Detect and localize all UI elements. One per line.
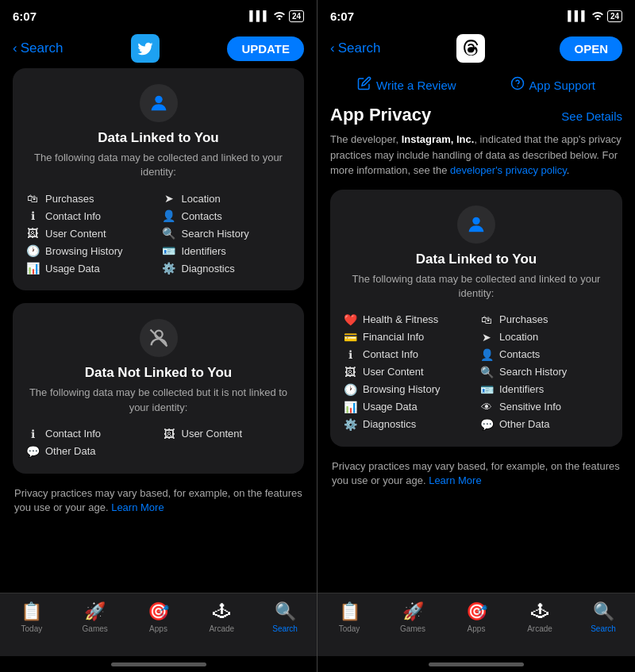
nav-bar-right: ‹ Search OPEN — [318, 29, 635, 68]
browsing-icon-r: 🕐 — [343, 383, 357, 396]
tab-apps-label-left: Apps — [149, 624, 167, 633]
list-item: 💬Other Data — [25, 445, 156, 458]
list-item: ⚙️Diagnostics — [162, 262, 292, 275]
svg-line-2 — [150, 330, 167, 347]
tab-search-label-left: Search — [272, 624, 298, 633]
list-item: 🖼User Content — [25, 227, 156, 240]
app-icon-right — [456, 34, 485, 63]
tab-arcade-right[interactable]: 🕹 Arcade — [508, 601, 572, 633]
tab-bar-left: 📋 Today 🚀 Games 🎯 Apps 🕹 Arcade 🔍 Search — [0, 593, 317, 656]
list-item: 🖼User Content — [162, 428, 292, 440]
back-button-left[interactable]: ‹ Search — [13, 40, 64, 56]
usage-icon-r: 📊 — [343, 401, 357, 413]
tab-arcade-left[interactable]: 🕹 Arcade — [190, 601, 253, 633]
diagnostics-icon: ⚙️ — [162, 262, 176, 275]
tab-games-left[interactable]: 🚀 Games — [64, 601, 127, 633]
list-item: 📊Usage Data — [25, 262, 156, 275]
linked-title-right: Data Linked to You — [416, 252, 537, 267]
list-item: 💳Financial Info — [343, 331, 473, 344]
linked-subtitle-left: The following data may be collected and … — [25, 151, 291, 179]
list-item: ℹContact Info — [343, 348, 473, 361]
identifiers-icon: 🪪 — [162, 244, 176, 257]
card-header-notlinked-left: Data Not Linked to You The following dat… — [25, 319, 291, 414]
tab-search-right[interactable]: 🔍 Search — [572, 601, 635, 633]
update-button[interactable]: UPDATE — [227, 36, 304, 61]
svg-point-5 — [472, 217, 479, 224]
app-support-icon — [510, 76, 525, 94]
other-data-icon: 💬 — [25, 445, 40, 458]
learn-more-link-right[interactable]: Learn More — [429, 474, 481, 486]
wifi-icon-left — [273, 10, 286, 22]
privacy-policy-link[interactable]: developer's privacy policy — [450, 164, 567, 176]
linked-icon-left — [140, 84, 178, 122]
home-indicator-left — [0, 656, 317, 672]
health-icon: ❤️ — [343, 313, 357, 326]
apps-icon-right: 🎯 — [466, 601, 487, 622]
status-bar-left: 6:07 ▌▌▌ 24 — [0, 0, 317, 29]
signal-icon-left: ▌▌▌ — [249, 10, 270, 21]
write-review-link[interactable]: Write a Review — [357, 76, 456, 94]
user-content2-icon: 🖼 — [162, 428, 176, 440]
tab-apps-right[interactable]: 🎯 Apps — [444, 601, 508, 633]
tab-games-label-left: Games — [83, 624, 108, 633]
data-linked-card-right: Data Linked to You The following data ma… — [330, 190, 622, 447]
left-screen: 6:07 ▌▌▌ 24 ‹ Search UPDATE — [0, 0, 318, 672]
chevron-left-icon-left: ‹ — [13, 40, 17, 56]
learn-more-link-left[interactable]: Learn More — [111, 501, 164, 513]
app-support-link[interactable]: App Support — [510, 76, 595, 94]
financial-icon: 💳 — [343, 331, 357, 344]
tab-apps-left[interactable]: 🎯 Apps — [127, 601, 190, 633]
games-icon-right: 🚀 — [402, 601, 424, 622]
tab-arcade-label-left: Arcade — [209, 624, 234, 633]
search-icon-right: 🔍 — [593, 601, 614, 622]
tab-bar-right: 📋 Today 🚀 Games 🎯 Apps 🕹 Arcade 🔍 Search — [318, 593, 635, 656]
nav-bar-left: ‹ Search UPDATE — [0, 29, 317, 68]
list-item: 🔍Search History — [162, 227, 292, 240]
linked-title-left: Data Linked to You — [98, 130, 218, 146]
app-icon-left — [131, 34, 160, 63]
home-indicator-right — [318, 656, 635, 672]
list-item: ⚙️Diagnostics — [343, 418, 473, 431]
sensitive-icon: 👁 — [479, 401, 494, 413]
signal-icon-right: ▌▌▌ — [568, 10, 588, 21]
usage-icon: 📊 — [25, 262, 40, 275]
status-icons-left: ▌▌▌ 24 — [249, 10, 304, 22]
see-details-link[interactable]: See Details — [561, 109, 622, 123]
list-item: ➤Location — [479, 331, 610, 344]
today-icon-left: 📋 — [21, 601, 42, 622]
contacts-icon-r: 👤 — [479, 348, 494, 361]
contact-icon: ℹ — [25, 209, 40, 222]
tab-search-left[interactable]: 🔍 Search — [253, 601, 317, 633]
tab-arcade-label-right: Arcade — [527, 624, 552, 633]
status-icons-right: ▌▌▌ 24 — [568, 10, 622, 22]
contacts-icon: 👤 — [162, 209, 176, 222]
tab-today-right[interactable]: 📋 Today — [318, 601, 381, 633]
home-bar-left — [111, 662, 206, 666]
app-privacy-title: App Privacy — [330, 105, 431, 125]
tab-apps-label-right: Apps — [468, 624, 486, 633]
list-item: 💬Other Data — [479, 418, 610, 431]
back-label-left: Search — [21, 40, 64, 56]
data-not-linked-card-left: Data Not Linked to You The following dat… — [13, 303, 304, 473]
tab-today-label-right: Today — [339, 624, 360, 633]
arcade-icon-left: 🕹 — [213, 601, 230, 622]
battery-icon-left: 24 — [289, 10, 304, 22]
bottom-note-left: Privacy practices may vary based, for ex… — [13, 486, 304, 515]
card-header-linked-left: Data Linked to You The following data ma… — [25, 84, 291, 179]
notlinked-subtitle-left: The following data may be collected but … — [25, 386, 291, 414]
back-label-right: Search — [338, 40, 381, 56]
list-item: ℹContact Info — [25, 428, 156, 440]
action-row-right: Write a Review App Support — [330, 68, 622, 105]
tab-games-right[interactable]: 🚀 Games — [381, 601, 444, 633]
tab-today-left[interactable]: 📋 Today — [0, 601, 64, 633]
right-screen: 6:07 ▌▌▌ 24 ‹ Search OPEN — [318, 0, 635, 672]
contact2-icon: ℹ — [25, 428, 40, 440]
search-history-icon: 🔍 — [162, 227, 176, 240]
write-review-icon — [357, 76, 371, 94]
content-area-left: Data Linked to You The following data ma… — [0, 68, 317, 593]
identifiers-icon-r: 🪪 — [479, 383, 494, 396]
open-button[interactable]: OPEN — [560, 36, 622, 61]
list-item: 🕐Browsing History — [343, 383, 473, 396]
back-button-right[interactable]: ‹ Search — [330, 40, 381, 56]
apps-icon-left: 🎯 — [148, 601, 169, 622]
